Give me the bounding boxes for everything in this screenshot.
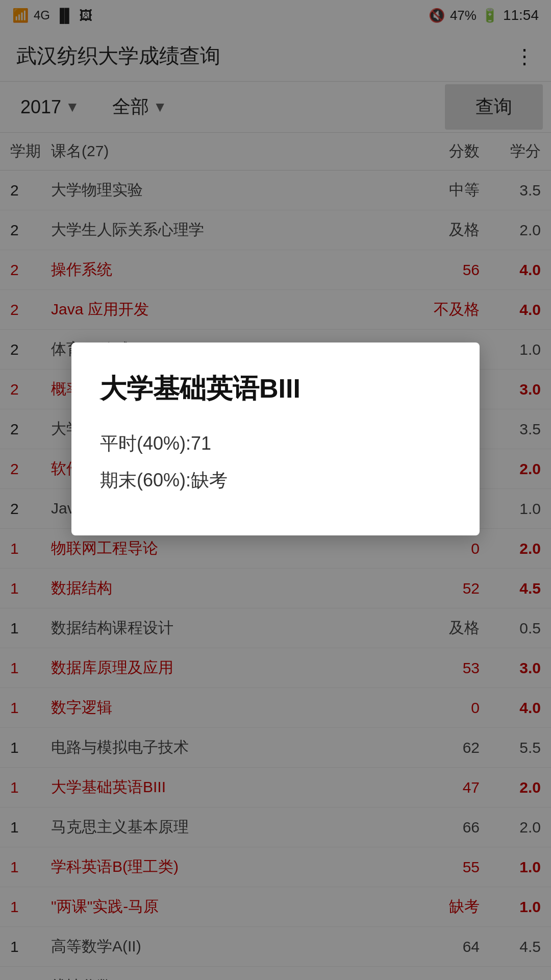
dialog-content: 平时(40%):71 期末(60%):缺考 — [100, 425, 451, 499]
dialog-line2: 期末(60%):缺考 — [100, 462, 451, 499]
dialog-line1: 平时(40%):71 — [100, 425, 451, 462]
dialog-title: 大学基础英语BIII — [100, 371, 451, 407]
modal-overlay[interactable]: 大学基础英语BIII 平时(40%):71 期末(60%):缺考 — [0, 0, 551, 980]
detail-dialog: 大学基础英语BIII 平时(40%):71 期末(60%):缺考 — [71, 342, 480, 535]
